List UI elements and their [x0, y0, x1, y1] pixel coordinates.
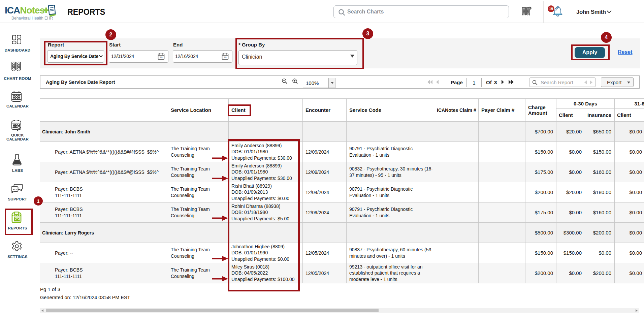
- svg-text:30: 30: [160, 56, 163, 59]
- svg-text:30: 30: [224, 56, 227, 59]
